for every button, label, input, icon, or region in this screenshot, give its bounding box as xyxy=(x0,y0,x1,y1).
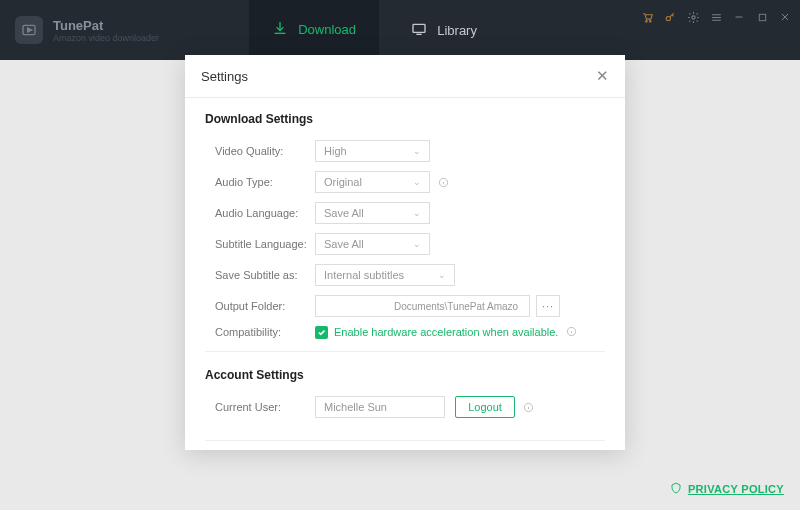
video-quality-select[interactable]: High ⌄ xyxy=(315,140,430,162)
row-subtitle-language: Subtitle Language: Save All ⌄ xyxy=(205,233,605,255)
privacy-text: PRIVACY POLICY xyxy=(688,483,784,495)
tab-download[interactable]: Download xyxy=(249,0,379,60)
row-current-user: Current User: Michelle Sun Logout xyxy=(205,396,605,418)
info-icon[interactable] xyxy=(438,177,449,188)
compat-label: Compatibility: xyxy=(205,326,315,338)
svg-point-4 xyxy=(649,20,651,22)
compat-text: Enable hardware acceleration when availa… xyxy=(334,326,558,338)
row-audio-language: Audio Language: Save All ⌄ xyxy=(205,202,605,224)
row-save-subtitle-as: Save Subtitle as: Internal subtitles ⌄ xyxy=(205,264,605,286)
maximize-icon[interactable] xyxy=(755,10,769,24)
close-icon[interactable]: ✕ xyxy=(596,67,609,85)
current-user-value: Michelle Sun xyxy=(324,401,387,413)
shield-icon xyxy=(670,480,682,498)
current-user-label: Current User: xyxy=(205,401,315,413)
video-quality-value: High xyxy=(324,145,347,157)
settings-modal: Settings ✕ Download Settings Video Quali… xyxy=(185,55,625,450)
menu-icon[interactable] xyxy=(709,10,723,24)
svg-point-6 xyxy=(691,15,694,18)
brand-name: TunePat xyxy=(53,18,159,33)
tab-library-label: Library xyxy=(437,23,477,38)
minimize-icon[interactable] xyxy=(732,10,746,24)
audio-type-label: Audio Type: xyxy=(205,176,315,188)
audio-type-select[interactable]: Original ⌄ xyxy=(315,171,430,193)
row-compatibility: Compatibility: Enable hardware accelerat… xyxy=(205,326,605,339)
modal-title: Settings xyxy=(201,69,248,84)
info-icon[interactable] xyxy=(523,402,534,413)
chevron-down-icon: ⌄ xyxy=(413,177,421,187)
browse-button[interactable]: ··· xyxy=(536,295,560,317)
modal-header: Settings ✕ xyxy=(185,55,625,98)
brand-logo-icon xyxy=(15,16,43,44)
nav-tabs: Download Library xyxy=(249,0,509,60)
svg-rect-2 xyxy=(413,24,425,32)
save-sub-label: Save Subtitle as: xyxy=(205,269,315,281)
audio-type-value: Original xyxy=(324,176,362,188)
download-icon xyxy=(272,20,288,39)
top-bar: TunePat Amazon video downloader Download… xyxy=(0,0,800,60)
section-account-title: Account Settings xyxy=(205,368,605,382)
compat-checkbox[interactable] xyxy=(315,326,328,339)
section-download-title: Download Settings xyxy=(205,112,605,126)
brand-subtitle: Amazon video downloader xyxy=(53,33,159,43)
logout-button[interactable]: Logout xyxy=(455,396,515,418)
window-controls xyxy=(640,0,792,60)
modal-body: Download Settings Video Quality: High ⌄ … xyxy=(185,98,625,450)
svg-rect-7 xyxy=(759,14,765,20)
svg-marker-1 xyxy=(28,28,32,32)
chevron-down-icon: ⌄ xyxy=(413,146,421,156)
sub-lang-value: Save All xyxy=(324,238,364,250)
sub-lang-label: Subtitle Language: xyxy=(205,238,315,250)
divider xyxy=(205,351,605,352)
privacy-link[interactable]: PRIVACY POLICY xyxy=(670,480,784,498)
row-audio-type: Audio Type: Original ⌄ xyxy=(205,171,605,193)
close-window-icon[interactable] xyxy=(778,10,792,24)
sub-lang-select[interactable]: Save All ⌄ xyxy=(315,233,430,255)
brand: TunePat Amazon video downloader xyxy=(0,16,159,44)
svg-point-5 xyxy=(666,16,670,20)
audio-lang-value: Save All xyxy=(324,207,364,219)
settings-icon[interactable] xyxy=(686,10,700,24)
tab-download-label: Download xyxy=(298,22,356,37)
row-output-folder: Output Folder: Documents\TunePat Amazo ·… xyxy=(205,295,605,317)
output-folder-label: Output Folder: xyxy=(205,300,315,312)
video-quality-label: Video Quality: xyxy=(205,145,315,157)
cart-icon[interactable] xyxy=(640,10,654,24)
chevron-down-icon: ⌄ xyxy=(413,239,421,249)
save-sub-select[interactable]: Internal subtitles ⌄ xyxy=(315,264,455,286)
audio-lang-label: Audio Language: xyxy=(205,207,315,219)
chevron-down-icon: ⌄ xyxy=(413,208,421,218)
chevron-down-icon: ⌄ xyxy=(438,270,446,280)
tab-library[interactable]: Library xyxy=(379,0,509,60)
current-user-field: Michelle Sun xyxy=(315,396,445,418)
audio-lang-select[interactable]: Save All ⌄ xyxy=(315,202,430,224)
save-sub-value: Internal subtitles xyxy=(324,269,404,281)
divider xyxy=(205,440,605,441)
key-icon[interactable] xyxy=(663,10,677,24)
row-video-quality: Video Quality: High ⌄ xyxy=(205,140,605,162)
library-icon xyxy=(411,21,427,40)
output-folder-value: Documents\TunePat Amazo xyxy=(394,301,518,312)
info-icon[interactable] xyxy=(566,326,577,337)
svg-point-3 xyxy=(645,20,647,22)
output-folder-path[interactable]: Documents\TunePat Amazo xyxy=(315,295,530,317)
